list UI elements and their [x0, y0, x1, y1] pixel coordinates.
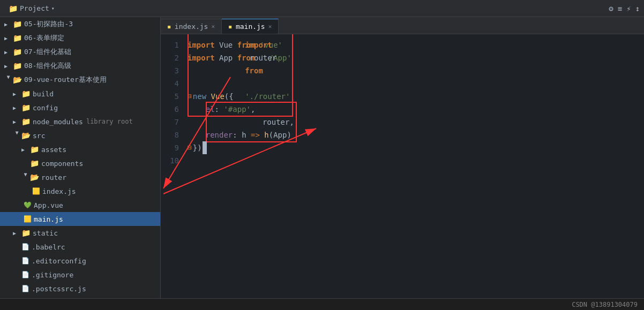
sidebar-item-label: router: [41, 173, 66, 182]
sidebar-item-07[interactable]: ▶ 📁 07-组件化基础: [0, 45, 160, 59]
sidebar-item-label: main.js: [34, 215, 63, 223]
arrow-icon: ▶: [23, 173, 29, 182]
project-label: Project: [20, 4, 49, 12]
tabs-bar: ▪ index.js ✕ ▪ main.js ✕: [161, 17, 644, 34]
sidebar-item-config[interactable]: ▶ 📁 config: [0, 101, 160, 115]
close-tab-icon[interactable]: ✕: [268, 23, 272, 30]
sidebar-item-build[interactable]: ▶ 📁 build: [0, 87, 160, 101]
bottom-bar: CSDN @13891304079: [0, 298, 644, 310]
sidebar-item-label: .postcssrc.js: [32, 285, 86, 293]
credit-text: CSDN @13891304079: [572, 301, 638, 308]
folder-icon: 📁: [21, 103, 31, 112]
tab-label: main.js: [236, 22, 265, 31]
sidebar-item-components[interactable]: 📁 components: [0, 156, 160, 170]
sidebar-item-src[interactable]: ▶ 📂 src: [0, 128, 160, 142]
arrow-icon: ▶: [14, 131, 20, 140]
sidebar-item-editorconfig[interactable]: 📄 .editorconfig: [0, 254, 160, 268]
arrow-icon: ▶: [13, 230, 21, 236]
sidebar-item-label: node_modules: [33, 118, 83, 126]
sidebar-item-router-index[interactable]: 🟨 index.js: [0, 184, 160, 198]
sidebar-item-babelrc[interactable]: 📄 .babelrc: [0, 240, 160, 254]
arrow-icon: ▶: [6, 75, 12, 84]
sidebar-item-label: 07-组件化基础: [24, 47, 71, 57]
tab-label: index.js: [175, 22, 208, 31]
config-file-icon: 📄: [21, 285, 29, 292]
folder-icon: 📁: [21, 229, 31, 237]
sidebar-item-gitignore[interactable]: 📄 .gitignore: [0, 268, 160, 282]
title-icons: ⚙ ≡ ⚡ ↕: [609, 4, 640, 13]
vue-file-icon: 💚: [24, 201, 32, 209]
arrow-icon: ▶: [13, 105, 21, 111]
sidebar-item-app-vue[interactable]: 💚 App.vue: [0, 198, 160, 212]
folder-icon: 📁: [13, 34, 22, 42]
code-line-8: render : h => h ( App ): [188, 128, 644, 141]
sidebar-item-09[interactable]: ▶ 📂 09-vue-router基本使用: [0, 73, 160, 87]
arrow-icon: ▶: [4, 49, 13, 55]
arrow-icon: ▶: [13, 119, 21, 125]
arrow-icon: ▶: [4, 63, 13, 69]
keyword: import: [245, 41, 272, 49]
settings-icon[interactable]: ⚙: [609, 4, 613, 13]
keyword: from: [245, 66, 263, 75]
library-root-badge: library root: [86, 118, 133, 125]
folder-icon: 📂: [21, 131, 31, 140]
title-bar: 📁 Project ▾ ⚙ ≡ ⚡ ↕: [0, 0, 644, 17]
code-text: render: [206, 128, 233, 141]
sidebar-item-label: .editorconfig: [32, 257, 86, 265]
sidebar-item-label: .babelrc: [32, 243, 65, 251]
folder-icon: 📁: [30, 159, 39, 168]
sidebar-item-label: .gitignore: [32, 271, 73, 279]
folder-icon: 📁: [13, 48, 22, 56]
fold-icon: ⊟: [188, 141, 192, 154]
sidebar-item-assets[interactable]: ▶ 📁 assets: [0, 142, 160, 156]
close-tab-icon[interactable]: ✕: [211, 23, 215, 30]
project-title[interactable]: 📁 Project ▾: [4, 4, 59, 13]
sidebar: ▶ 📁 05-初探路由-3 ▶ 📁 06-表单绑定 ▶ 📁 07-组件化基础 ▶…: [0, 17, 161, 298]
sidebar-item-08[interactable]: ▶ 📁 08-组件化高级: [0, 59, 160, 73]
sidebar-item-main-js[interactable]: 🟨 main.js: [0, 212, 160, 226]
sidebar-item-label: config: [33, 104, 58, 112]
sidebar-item-label: build: [33, 90, 54, 98]
code-line-3: import router from './router': [188, 64, 644, 77]
arrow-icon: ▶: [4, 21, 13, 27]
sidebar-item-postcssrc[interactable]: 📄 .postcssrc.js: [0, 282, 160, 296]
code-editor: 1 2 3 4 5 6 7 8 9 10 import Vue from: [161, 34, 644, 298]
code-text: router,: [263, 118, 294, 126]
split-icon[interactable]: ↕: [635, 4, 640, 13]
js-file-icon: 🟨: [32, 187, 40, 195]
folder-icon: 📂: [13, 75, 22, 84]
sidebar-item-static[interactable]: ▶ 📁 static: [0, 226, 160, 240]
sidebar-item-label: 08-组件化高级: [24, 61, 71, 71]
sidebar-item-router[interactable]: ▶ 📂 router: [0, 170, 160, 184]
config-file-icon: 📄: [21, 243, 29, 251]
code-line-10: [188, 154, 644, 167]
sidebar-item-node-modules[interactable]: ▶ 📁 node_modules library root: [0, 115, 160, 128]
js-file-icon: 🟨: [24, 215, 32, 223]
arrow-icon: ▶: [4, 35, 13, 41]
sidebar-item-label: 05-初探路由-3: [24, 19, 73, 29]
run-icon[interactable]: ⚡: [626, 4, 631, 13]
tab-main-js[interactable]: ▪ main.js ✕: [222, 19, 279, 34]
tab-index-js[interactable]: ▪ index.js ✕: [161, 19, 222, 34]
sidebar-item-05[interactable]: ▶ 📁 05-初探路由-3: [0, 17, 160, 31]
main-layout: ▶ 📁 05-初探路由-3 ▶ 📁 06-表单绑定 ▶ 📁 07-组件化基础 ▶…: [0, 17, 644, 298]
project-dropdown-icon[interactable]: ▾: [51, 5, 55, 11]
sidebar-item-06[interactable]: ▶ 📁 06-表单绑定: [0, 31, 160, 45]
sidebar-item-label: 06-表单绑定: [24, 33, 64, 43]
file-icon: ▪: [167, 22, 171, 31]
folder-icon: 📁: [21, 117, 31, 126]
string: './router': [245, 92, 290, 101]
config-file-icon: 📄: [21, 257, 29, 264]
sidebar-item-label: assets: [41, 146, 66, 154]
code-line-7: router,: [188, 116, 644, 128]
sidebar-item-label: 09-vue-router基本使用: [24, 75, 107, 85]
folder-icon: 📁: [30, 145, 39, 154]
project-folder-icon: 📁: [9, 4, 18, 13]
editor-area: ▪ index.js ✕ ▪ main.js ✕ 1 2 3 4 5 6 7 8…: [161, 17, 644, 298]
arrow-icon: ▶: [21, 147, 30, 153]
line-numbers: 1 2 3 4 5 6 7 8 9 10: [161, 39, 188, 294]
sidebar-item-label: index.js: [42, 187, 76, 195]
menu-icon[interactable]: ≡: [618, 4, 622, 13]
folder-icon: 📂: [30, 173, 39, 182]
folder-icon: 📁: [13, 20, 22, 28]
